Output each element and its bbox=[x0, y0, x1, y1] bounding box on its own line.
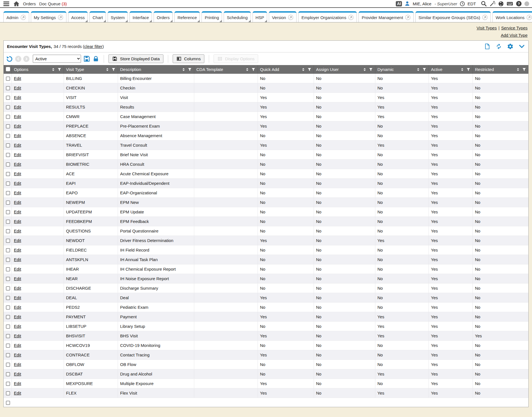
sort-icon[interactable] bbox=[51, 68, 55, 72]
row-checkbox[interactable] bbox=[6, 181, 10, 186]
tab-chart[interactable]: Chart bbox=[89, 11, 106, 22]
clock-icon[interactable] bbox=[460, 1, 465, 6]
globe-icon[interactable] bbox=[498, 1, 504, 7]
column-header-description[interactable]: Description bbox=[118, 65, 194, 74]
column-header-active[interactable]: Active bbox=[429, 65, 473, 74]
visit-types-link[interactable]: Visit Types bbox=[477, 26, 497, 30]
edit-link[interactable]: Edit bbox=[14, 391, 21, 395]
row-checkbox[interactable] bbox=[6, 353, 10, 357]
tab-printing[interactable]: Printing bbox=[202, 11, 222, 22]
column-header-restricted[interactable]: Restricted bbox=[473, 65, 528, 74]
edit-link[interactable]: Edit bbox=[14, 333, 21, 338]
row-checkbox[interactable] bbox=[6, 296, 10, 300]
menu-item-doc-queue[interactable]: Doc Queue (3) bbox=[39, 1, 67, 6]
column-header-quick-add[interactable]: Quick Add bbox=[258, 65, 314, 74]
add-visit-type-link[interactable]: Add Visit Type bbox=[501, 33, 528, 38]
footer-row-checkbox[interactable] bbox=[6, 401, 10, 405]
edit-link[interactable]: Edit bbox=[14, 219, 21, 224]
row-checkbox[interactable] bbox=[6, 124, 10, 128]
external-link-icon[interactable] bbox=[20, 15, 26, 20]
home-icon[interactable] bbox=[13, 1, 20, 7]
menu-item-orders[interactable]: Orders bbox=[23, 1, 36, 6]
tab-work-locations[interactable]: Work Locations bbox=[492, 11, 532, 22]
edit-link[interactable]: Edit bbox=[14, 295, 21, 300]
tab-hsp[interactable]: HSP bbox=[253, 11, 267, 22]
edit-link[interactable]: Edit bbox=[14, 305, 21, 310]
row-checkbox[interactable] bbox=[6, 277, 10, 281]
ai-badge[interactable]: AI bbox=[396, 1, 402, 6]
edit-link[interactable]: Edit bbox=[14, 324, 21, 329]
row-checkbox[interactable] bbox=[6, 153, 10, 157]
row-checkbox[interactable] bbox=[6, 372, 10, 376]
row-checkbox[interactable] bbox=[6, 86, 10, 90]
column-header-options[interactable]: Options bbox=[11, 65, 64, 74]
help-icon[interactable]: ? bbox=[516, 1, 522, 7]
edit-link[interactable]: Edit bbox=[14, 267, 21, 271]
tab-admin[interactable]: Admin bbox=[3, 11, 29, 22]
chevron-down-icon[interactable] bbox=[519, 43, 525, 50]
edit-link[interactable]: Edit bbox=[14, 229, 21, 233]
row-checkbox[interactable] bbox=[6, 363, 10, 367]
row-checkbox[interactable] bbox=[6, 105, 10, 109]
lock-icon[interactable] bbox=[92, 56, 99, 62]
edit-link[interactable]: Edit bbox=[14, 86, 21, 90]
row-checkbox[interactable] bbox=[6, 210, 10, 214]
wand-icon[interactable] bbox=[489, 1, 496, 7]
tab-version[interactable]: Version bbox=[269, 11, 297, 22]
refresh-icon[interactable] bbox=[496, 43, 502, 50]
tab-scheduling[interactable]: Scheduling bbox=[224, 11, 251, 22]
column-header-cda-template[interactable]: CDA Template bbox=[194, 65, 258, 74]
tab-provider-management[interactable]: Provider Management bbox=[358, 11, 414, 22]
external-link-icon[interactable] bbox=[348, 15, 354, 20]
clear-filter-link[interactable]: clear filter bbox=[84, 44, 103, 49]
sort-icon[interactable] bbox=[363, 68, 367, 72]
row-checkbox[interactable] bbox=[6, 229, 10, 233]
edit-link[interactable]: Edit bbox=[14, 171, 21, 176]
saved-filter-select[interactable]: Active bbox=[33, 55, 81, 63]
sort-icon[interactable] bbox=[416, 68, 420, 72]
edit-link[interactable]: Edit bbox=[14, 286, 21, 291]
filter-icon[interactable] bbox=[522, 68, 526, 72]
edit-link[interactable]: Edit bbox=[14, 257, 21, 262]
row-checkbox[interactable] bbox=[6, 162, 10, 167]
external-link-icon[interactable] bbox=[58, 15, 63, 20]
row-checkbox[interactable] bbox=[6, 143, 10, 148]
keyboard-icon[interactable] bbox=[506, 0, 513, 7]
external-link-icon[interactable] bbox=[405, 15, 411, 20]
row-checkbox[interactable] bbox=[6, 134, 10, 138]
sort-icon[interactable] bbox=[516, 68, 520, 72]
user-icon[interactable] bbox=[404, 1, 410, 6]
row-checkbox[interactable] bbox=[6, 382, 10, 386]
filter-icon[interactable] bbox=[112, 68, 115, 72]
filter-icon[interactable] bbox=[251, 68, 255, 72]
row-checkbox[interactable] bbox=[6, 267, 10, 271]
row-checkbox[interactable] bbox=[6, 391, 10, 395]
new-document-icon[interactable] bbox=[484, 43, 491, 50]
column-header-visit-type[interactable]: Visit Type bbox=[64, 65, 118, 74]
edit-link[interactable]: Edit bbox=[14, 133, 21, 138]
row-checkbox[interactable] bbox=[6, 248, 10, 252]
tab-access[interactable]: Access bbox=[68, 11, 88, 22]
row-checkbox[interactable] bbox=[6, 286, 10, 291]
sort-icon[interactable] bbox=[105, 68, 109, 72]
edit-link[interactable]: Edit bbox=[14, 95, 21, 100]
tab-reference[interactable]: Reference bbox=[174, 11, 200, 22]
edit-link[interactable]: Edit bbox=[14, 343, 21, 348]
select-all-checkbox[interactable] bbox=[6, 67, 10, 71]
filter-icon[interactable] bbox=[369, 68, 373, 72]
sort-icon[interactable] bbox=[460, 68, 464, 72]
gear-icon[interactable] bbox=[507, 43, 514, 50]
undo-icon[interactable] bbox=[6, 55, 13, 63]
edit-link[interactable]: Edit bbox=[14, 248, 21, 252]
columns-button[interactable]: Columns bbox=[173, 54, 204, 63]
row-checkbox[interactable] bbox=[6, 77, 10, 81]
edit-link[interactable]: Edit bbox=[14, 105, 21, 109]
column-header-assign-user[interactable]: Assign User bbox=[314, 65, 375, 74]
store-displayed-data-button[interactable]: Store Displayed Data bbox=[108, 54, 163, 63]
column-header-dynamic[interactable]: Dynamic bbox=[375, 65, 429, 74]
external-link-icon[interactable] bbox=[482, 15, 488, 20]
edit-link[interactable]: Edit bbox=[14, 381, 21, 386]
row-checkbox[interactable] bbox=[6, 324, 10, 329]
edit-link[interactable]: Edit bbox=[14, 181, 21, 186]
tab-my-settings[interactable]: My Settings bbox=[31, 11, 66, 22]
